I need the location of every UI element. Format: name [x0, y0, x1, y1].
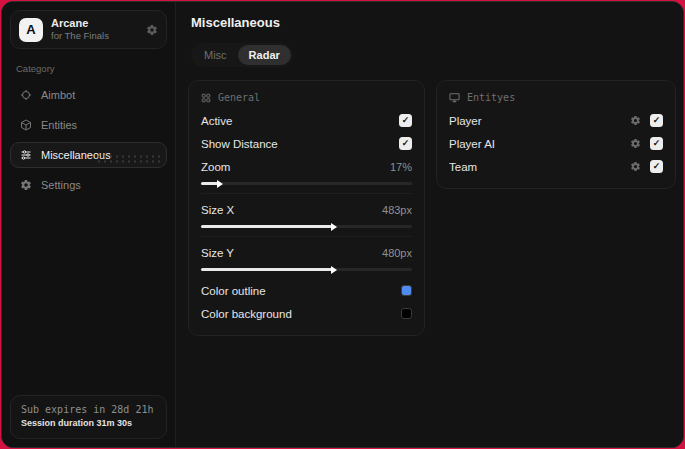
tab-bar: Misc Radar	[191, 43, 293, 67]
subscription-box: Sub expires in 28d 21h Session duration …	[10, 395, 167, 439]
brand-text: Arcane for The Finals	[51, 17, 138, 42]
brand-subtitle: for The Finals	[51, 30, 138, 42]
general-panel-title: General	[218, 92, 260, 103]
active-checkbox[interactable]: ✓	[399, 114, 412, 127]
sidebar-item-label: Settings	[41, 179, 81, 191]
entities-panel-title: Entityes	[467, 92, 515, 103]
sidebar-item-entities[interactable]: Entities	[10, 112, 167, 138]
sidebar-item-settings[interactable]: Settings	[10, 172, 167, 198]
checkmark-icon: ✓	[402, 139, 410, 148]
entity-label: Player	[449, 115, 482, 127]
color-label: Color outline	[201, 285, 266, 297]
brand-card: A Arcane for The Finals	[10, 10, 167, 49]
team-checkbox[interactable]: ✓	[650, 160, 663, 173]
outline-color-swatch[interactable]	[401, 285, 412, 296]
slider-row-size-y: Size Y 480px	[201, 241, 412, 264]
tab-radar[interactable]: Radar	[238, 45, 291, 65]
zoom-slider[interactable]	[201, 182, 412, 185]
size-x-slider[interactable]	[201, 225, 412, 228]
toggle-row-show-distance: Show Distance ✓	[201, 132, 412, 155]
cube-icon	[20, 119, 32, 131]
checkmark-icon: ✓	[653, 162, 661, 171]
panels-row: General Active ✓ Show Distance ✓ Zoom 17…	[188, 80, 676, 336]
slider-row-zoom: Zoom 17%	[201, 155, 412, 178]
show-distance-checkbox[interactable]: ✓	[399, 137, 412, 150]
divider	[201, 236, 412, 237]
checkmark-icon: ✓	[402, 116, 410, 125]
toggle-row-active: Active ✓	[201, 109, 412, 132]
sidebar-item-label: Entities	[41, 119, 77, 131]
crosshair-icon	[20, 89, 32, 101]
entity-row-team: Team ✓	[449, 155, 663, 178]
sidebar: A Arcane for The Finals Category Aimbot	[2, 2, 176, 447]
toggle-label: Show Distance	[201, 138, 278, 150]
monitor-icon	[449, 92, 460, 103]
tab-misc[interactable]: Misc	[193, 45, 238, 65]
player-checkbox[interactable]: ✓	[650, 114, 663, 127]
brand-logo: A	[19, 18, 43, 42]
sliders-icon	[20, 149, 32, 161]
size-y-slider[interactable]	[201, 268, 412, 271]
page-title: Miscellaneous	[191, 15, 676, 30]
slider-row-size-x: Size X 483px	[201, 198, 412, 221]
slider-value: 483px	[382, 204, 412, 216]
slider-label: Size X	[201, 204, 234, 216]
app-window: A Arcane for The Finals Category Aimbot	[1, 1, 684, 448]
category-label: Category	[16, 63, 161, 74]
session-duration-text: Session duration 31m 30s	[21, 417, 156, 430]
toggle-label: Active	[201, 115, 232, 127]
slider-label: Zoom	[201, 161, 230, 173]
checkmark-icon: ✓	[653, 139, 661, 148]
sidebar-item-label: Miscellaneous	[41, 149, 111, 161]
size-y-slider-fill[interactable]	[201, 268, 332, 271]
sidebar-item-miscellaneous[interactable]: Miscellaneous	[10, 142, 167, 168]
entity-row-player: Player ✓	[449, 109, 663, 132]
gear-icon[interactable]	[630, 161, 641, 172]
gear-icon	[20, 179, 32, 191]
entities-panel: Entityes Player ✓ Player AI	[436, 80, 676, 189]
brand-title: Arcane	[51, 17, 138, 30]
entity-label: Player AI	[449, 138, 495, 150]
gear-icon[interactable]	[630, 138, 641, 149]
entity-label: Team	[449, 161, 477, 173]
zoom-slider-fill[interactable]	[201, 182, 218, 185]
color-row-outline: Color outline	[201, 279, 412, 302]
color-row-background: Color background	[201, 302, 412, 325]
sidebar-nav: Aimbot Entities Miscellaneous Setti	[10, 82, 167, 198]
background-color-swatch[interactable]	[401, 308, 412, 319]
slider-value: 17%	[390, 161, 412, 173]
main-content: Miscellaneous Misc Radar General Active …	[176, 2, 684, 447]
entities-panel-header: Entityes	[449, 92, 663, 103]
checkmark-icon: ✓	[653, 116, 661, 125]
grid-icon	[201, 93, 211, 103]
gear-icon[interactable]	[146, 24, 158, 36]
divider	[201, 193, 412, 194]
general-panel: General Active ✓ Show Distance ✓ Zoom 17…	[188, 80, 425, 336]
slider-label: Size Y	[201, 247, 234, 259]
general-panel-header: General	[201, 92, 412, 103]
color-label: Color background	[201, 308, 292, 320]
player-ai-checkbox[interactable]: ✓	[650, 137, 663, 150]
sidebar-item-label: Aimbot	[41, 89, 75, 101]
entity-row-player-ai: Player AI ✓	[449, 132, 663, 155]
gear-icon[interactable]	[630, 115, 641, 126]
sidebar-item-aimbot[interactable]: Aimbot	[10, 82, 167, 108]
sub-expires-text: Sub expires in 28d 21h	[21, 403, 156, 417]
size-x-slider-fill[interactable]	[201, 225, 332, 228]
slider-value: 480px	[382, 247, 412, 259]
